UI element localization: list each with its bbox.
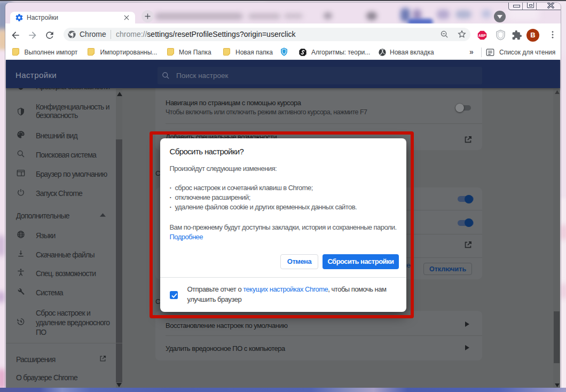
svg-text:ABP: ABP xyxy=(478,34,486,37)
